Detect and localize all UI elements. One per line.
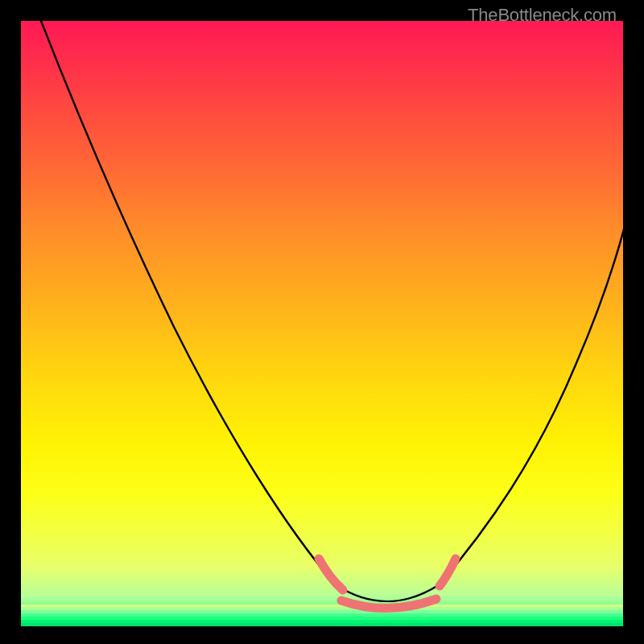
highlight-right bbox=[440, 559, 456, 586]
highlight-left bbox=[319, 559, 343, 590]
curve-right bbox=[440, 226, 623, 584]
watermark: TheBottleneck.com bbox=[468, 5, 617, 26]
curves-layer bbox=[21, 21, 623, 626]
plot-area bbox=[21, 21, 623, 626]
chart-container: TheBottleneck.com bbox=[0, 0, 644, 644]
curve-left bbox=[35, 21, 335, 584]
highlight-floor bbox=[341, 599, 436, 609]
